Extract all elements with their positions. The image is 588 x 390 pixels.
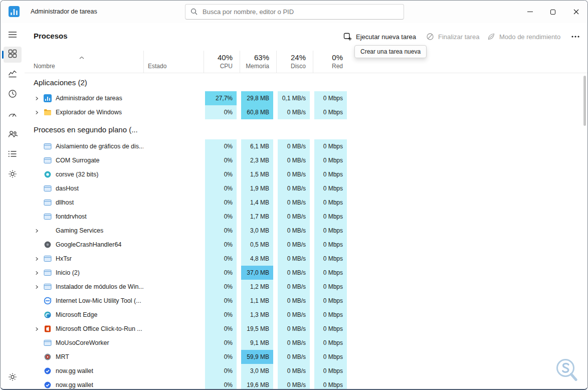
chevron-right-icon[interactable] — [35, 110, 42, 115]
process-name: HxTsr — [56, 255, 72, 262]
chevron-right-icon[interactable] — [35, 229, 42, 233]
column-header-nombre[interactable]: Nombre — [30, 51, 143, 73]
cpu-cell: 0% — [205, 294, 237, 308]
process-row[interactable]: Gaming Services0%3,0 MB0 MB/s0 Mbps — [30, 224, 587, 238]
sidebar-item-performance[interactable] — [4, 67, 22, 83]
close-button[interactable] — [564, 1, 587, 23]
memory-cell: 60,8 MB — [241, 105, 273, 119]
search-box[interactable] — [185, 4, 404, 20]
disk-cell: 0 MB/s — [278, 294, 310, 308]
column-header-red[interactable]: 0% Red — [313, 51, 350, 73]
search-input[interactable] — [185, 4, 404, 20]
process-row[interactable]: Internet Low-Mic Utility Tool (...0%1,1 … — [30, 294, 587, 308]
maximize-button[interactable] — [541, 1, 564, 23]
sidebar-item-processes[interactable] — [4, 47, 22, 63]
darkball-icon — [44, 241, 52, 249]
vertical-scrollbar-thumb[interactable] — [583, 76, 586, 126]
window-icon — [44, 255, 52, 263]
end-task-label: Finalizar tarea — [438, 33, 479, 41]
group-header[interactable]: Procesos en segundo plano (... — [30, 119, 587, 139]
column-header-memoria[interactable]: 63% Memoria — [240, 51, 276, 73]
sidebar-item-startup-apps[interactable] — [4, 107, 22, 123]
minimize-button[interactable] — [518, 1, 541, 23]
sidebar-item-settings[interactable] — [4, 370, 22, 386]
process-name-cell: dllhost — [30, 196, 143, 210]
process-row[interactable]: now.gg wallet0%3,0 MB0 MB/s0 Mbps — [30, 364, 587, 378]
process-name: Administrador de tareas — [56, 95, 122, 102]
disk-cell: 0 MB/s — [278, 224, 310, 238]
process-name: Instalador de módulos de Win... — [56, 283, 143, 290]
group-header[interactable]: Aplicaciones (2) — [30, 73, 587, 91]
column-header-estado[interactable]: Estado — [143, 51, 204, 73]
memory-cell: 1,5 MB — [241, 167, 273, 181]
process-row[interactable]: dllhost0%1,4 MB0 MB/s0 Mbps — [30, 196, 587, 210]
process-row[interactable]: COM Surrogate0%2,3 MB0 MB/s0 Mbps — [30, 153, 587, 167]
close-icon — [573, 8, 579, 17]
window-icon — [44, 213, 52, 221]
performance-mode-button[interactable]: Modo de rendimiento — [484, 29, 563, 44]
sidebar-item-details[interactable] — [4, 147, 22, 163]
sort-ascending-icon — [79, 52, 84, 61]
mrt-icon — [44, 353, 52, 361]
status-cell — [143, 210, 204, 224]
process-row[interactable]: Instalador de módulos de Win...0%1,2 MB0… — [30, 280, 587, 294]
disk-cell: 0 MB/s — [278, 364, 310, 378]
column-header-disco[interactable]: 24% Disco — [276, 51, 313, 73]
status-cell — [143, 350, 204, 364]
cpu-cell: 0% — [205, 224, 237, 238]
memory-cell: 1,9 MB — [241, 181, 273, 196]
chevron-right-icon[interactable] — [35, 327, 42, 331]
memory-cell: 6,1 MB — [241, 139, 273, 153]
process-row[interactable]: dasHost0%1,9 MB0 MB/s0 Mbps — [30, 181, 587, 196]
sidebar-item-services[interactable] — [4, 167, 22, 183]
process-row[interactable]: Administrador de tareas27,7%29,8 MB0,1 M… — [30, 91, 587, 105]
process-row[interactable]: now.gg wallet0%19,6 MB0 MB/s0 Mbps — [30, 378, 587, 390]
process-name: Microsoft Edge — [56, 311, 97, 318]
solvetic-watermark-icon — [553, 356, 580, 387]
status-cell — [143, 280, 204, 294]
column-header-cpu[interactable]: 40% CPU — [204, 51, 240, 73]
task-manager-window: Administrador de tareas — [0, 0, 588, 390]
sidebar-item-users[interactable] — [4, 127, 22, 143]
network-cell: 0 Mbps — [314, 266, 347, 280]
more-options-button[interactable] — [568, 29, 582, 44]
network-cell: 0 Mbps — [314, 238, 347, 252]
sidebar-item-menu[interactable] — [4, 28, 22, 44]
process-row[interactable]: fontdrvhost0%1,7 MB0 MB/s0 Mbps — [30, 210, 587, 224]
end-task-button[interactable]: Finalizar tarea — [423, 29, 482, 44]
chevron-right-icon[interactable] — [35, 285, 42, 289]
process-name: now.gg wallet — [56, 381, 93, 388]
process-row[interactable]: corsve (32 bits)0%1,5 MB0 MB/s0 Mbps — [30, 167, 587, 181]
titlebar: Administrador de tareas — [1, 1, 587, 23]
process-name: COM Surrogate — [56, 157, 100, 164]
sidebar-item-app-history[interactable] — [4, 87, 22, 103]
run-new-task-button[interactable]: Ejecutar nueva tarea — [340, 29, 419, 44]
status-cell — [143, 364, 204, 378]
process-row[interactable]: Microsoft Edge0%1,3 MB0 MB/s0 Mbps — [30, 308, 587, 322]
disk-cell: 0 MB/s — [278, 252, 310, 266]
network-cell: 0 Mbps — [314, 252, 347, 266]
cpu-cell: 0% — [205, 350, 237, 364]
group-label: Aplicaciones (2) — [34, 78, 87, 87]
status-cell — [143, 294, 204, 308]
process-row[interactable]: Inicio (2)0%37,0 MB0 MB/s0 Mbps — [30, 266, 587, 280]
chevron-right-icon[interactable] — [35, 257, 42, 261]
process-row[interactable]: Aislamiento de gráficos de dis...0%6,1 M… — [30, 139, 587, 153]
process-name: Aislamiento de gráficos de dis... — [56, 143, 143, 150]
network-cell: 0 Mbps — [314, 105, 347, 119]
memory-cell: 59,9 MB — [241, 350, 273, 364]
process-row[interactable]: MoUsoCoreWorker0%9,1 MB0 MB/s0 Mbps — [30, 336, 587, 350]
memory-cell: 2,3 MB — [241, 153, 273, 167]
process-row[interactable]: HxTsr0%4,8 MB0 MB/s0 Mbps — [30, 252, 587, 266]
chevron-right-icon[interactable] — [35, 96, 42, 101]
status-cell — [143, 378, 204, 390]
disk-cell: 0,1 MB/s — [278, 91, 310, 105]
memory-cell: 4,8 MB — [241, 252, 273, 266]
network-cell: 0 Mbps — [314, 224, 347, 238]
process-row[interactable]: GoogleCrashHandler640%0,5 MB0 MB/s0 Mbps — [30, 238, 587, 252]
process-row[interactable]: Explorador de Windows0%60,8 MB0 MB/s0 Mb… — [30, 105, 587, 119]
process-row[interactable]: Microsoft Office Click-to-Run ...0%19,5 … — [30, 322, 587, 336]
process-row[interactable]: MRT0%59,9 MB0 MB/s0 Mbps — [30, 350, 587, 364]
disk-cell: 0 MB/s — [278, 336, 310, 350]
chevron-right-icon[interactable] — [35, 271, 42, 275]
